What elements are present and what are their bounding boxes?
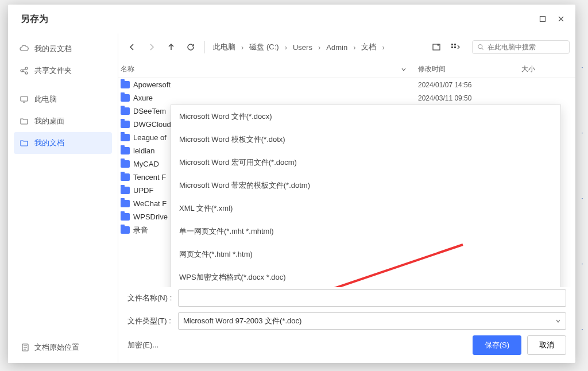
close-button[interactable] [556,14,566,24]
divider [204,41,205,53]
folder-icon [121,81,130,88]
sidebar-item-docs[interactable]: 我的文档 [14,132,112,154]
toolbar: 此电脑› 磁盘 (C:)› Users› Admin› 文档› [118,33,575,61]
dialog-body: 我的云文档 共享文件夹 此电脑 我的桌面 [8,33,575,363]
breadcrumb-item[interactable]: 文档 [359,40,378,55]
maximize-button[interactable] [537,14,548,24]
sidebar: 我的云文档 共享文件夹 此电脑 我的桌面 [8,33,118,363]
breadcrumb-item[interactable]: 此电脑 [211,40,238,55]
buttons: 保存(S) 取消 [473,335,566,355]
new-folder-button[interactable] [428,39,444,55]
left-actions: 加密(E)... [127,340,158,350]
filetype-option[interactable]: 单一网页文件(*.mht *.mhtml) [171,220,560,243]
folder-icon [121,173,130,181]
file-name: leidian [133,146,155,155]
svg-point-3 [25,72,28,74]
folder-icon [121,200,130,207]
column-date[interactable]: 修改时间 [418,64,521,74]
breadcrumb-item[interactable]: 磁盘 (C:) [247,40,281,55]
folder-icon [121,134,130,141]
sidebar-item-label: 我的桌面 [34,116,64,126]
file-name: Axure [133,94,153,102]
main-panel: 此电脑› 磁盘 (C:)› Users› Admin› 文档› 名称 [118,33,575,363]
file-name: WPSDrive [133,212,168,221]
sort-down-icon [401,67,407,72]
up-button[interactable] [163,39,179,55]
filename-label: 文件名称(N) : [127,293,178,303]
filetype-option[interactable]: WPS加密文档格式(*.docx *.doc) [171,266,560,287]
filetype-option[interactable]: XML 文件(*.xml) [171,197,560,220]
file-name: Apowersoft [133,80,171,89]
filetype-option[interactable]: 网页文件(*.html *.htm) [171,243,560,266]
filetype-option[interactable]: Microsoft Word 文件(*.docx) [171,105,560,128]
file-name: UPDF [133,186,153,195]
search-input[interactable] [488,43,564,51]
file-name: DWGCloud [133,120,171,129]
original-location[interactable]: 文档原始位置 [21,342,79,353]
svg-rect-9 [454,47,456,48]
filename-input[interactable] [178,289,566,307]
document-icon [21,343,30,352]
file-date: 2024/03/11 09:50 [418,94,521,102]
folder-icon [121,213,130,221]
bottom-panel: 文件名称(N) : 文件类型(T) : Microsoft Word 97-20… [118,287,575,363]
chevron-right-icon: › [240,43,245,52]
forward-button[interactable] [144,39,160,55]
filetype-row: 文件类型(T) : Microsoft Word 97-2003 文件(*.do… [127,312,566,330]
monitor-icon [20,95,29,104]
chevron-right-icon: › [284,43,288,52]
share-icon [20,66,29,75]
chevron-right-icon: › [381,43,385,52]
file-row[interactable]: Apowersoft2024/01/07 14:56 [118,78,575,91]
breadcrumb: 此电脑› 磁盘 (C:)› Users› Admin› 文档› [211,40,425,55]
list-header: 名称 修改时间 大小 [118,61,575,78]
title-bar: 另存为 [8,5,575,33]
sidebar-item-pc[interactable]: 此电脑 [14,88,112,110]
encrypt-link[interactable]: 加密(E)... [127,340,158,350]
sidebar-item-label: 共享文件夹 [34,65,72,76]
chevron-down-icon [555,318,561,324]
filetype-option[interactable]: Microsoft Word 宏可用文件(*.docm) [171,151,560,174]
filetype-option[interactable]: Microsoft Word 模板文件(*.dotx) [171,128,560,151]
save-button[interactable]: 保存(S) [473,335,521,355]
chevron-right-icon: › [352,43,357,52]
svg-point-1 [21,69,23,72]
background-strip: ····· [577,34,588,362]
folder-icon [121,121,130,128]
file-name: Tencent F [133,173,166,181]
column-name[interactable]: 名称 [121,64,418,74]
svg-point-2 [25,67,28,69]
column-size[interactable]: 大小 [521,64,573,74]
svg-rect-8 [454,44,456,45]
refresh-button[interactable] [183,39,199,55]
filename-row: 文件名称(N) : [127,289,566,307]
folder-icon [121,94,130,102]
sidebar-item-label: 我的云文档 [34,44,72,54]
svg-rect-6 [451,44,453,45]
folder-icon [121,107,130,115]
cancel-button[interactable]: 取消 [527,335,566,355]
dialog-title: 另存为 [21,13,48,25]
view-mode-button[interactable] [448,39,464,55]
svg-rect-0 [540,17,546,22]
window-controls [537,14,566,24]
sidebar-item-desktop[interactable]: 我的桌面 [14,110,112,132]
folder-icon [20,138,29,148]
filetype-dropdown: Microsoft Word 文件(*.docx)Microsoft Word … [171,105,561,287]
sidebar-item-share[interactable]: 共享文件夹 [14,60,112,82]
breadcrumb-item[interactable]: Users [291,41,315,54]
back-button[interactable] [124,39,140,55]
filetype-label: 文件类型(T) : [127,316,178,326]
sidebar-item-cloud[interactable]: 我的云文档 [14,38,112,60]
breadcrumb-item[interactable]: Admin [324,41,350,54]
file-row[interactable]: Axure2024/03/11 09:50 [118,91,575,105]
filetype-select[interactable]: Microsoft Word 97-2003 文件(*.doc) [178,312,566,330]
filetype-value: Microsoft Word 97-2003 文件(*.doc) [183,316,301,326]
filetype-option[interactable]: Microsoft Word 带宏的模板文件(*.dotm) [171,174,560,197]
sidebar-item-label: 此电脑 [34,94,57,105]
sidebar-item-label: 我的文档 [34,138,64,148]
file-name: WeChat F [133,199,167,208]
file-list: Apowersoft2024/01/07 14:56Axure2024/03/1… [118,78,575,287]
search-box[interactable] [472,40,570,54]
save-as-dialog: 另存为 我的云文档 共享文件夹 [8,5,575,363]
